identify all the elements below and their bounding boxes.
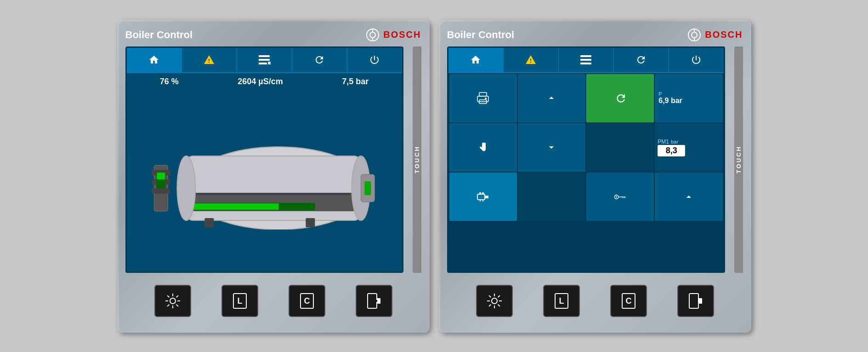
svg-rect-19 bbox=[187, 203, 278, 210]
stat-conductivity: 2604 µS/cm bbox=[238, 77, 283, 87]
touch-label-2: TOUCH bbox=[734, 46, 743, 273]
screen-with-touch-2: P 6,9 bar bbox=[447, 46, 743, 273]
svg-rect-22 bbox=[364, 181, 371, 195]
menu-screen-2: P 6,9 bar bbox=[447, 46, 725, 273]
pm1-unit: bar bbox=[671, 139, 678, 144]
bottom-buttons-2: L C bbox=[447, 277, 743, 324]
menu-cell-pressure-data: P 6,9 bar bbox=[655, 74, 722, 122]
svg-rect-17 bbox=[186, 193, 361, 195]
svg-rect-57 bbox=[480, 200, 481, 202]
svg-text:L: L bbox=[237, 296, 242, 306]
main-screen-1: 76 % 2604 µS/cm 7,5 bar bbox=[125, 46, 403, 273]
menu-cell-key[interactable] bbox=[586, 173, 654, 221]
nav-bar-1 bbox=[127, 48, 402, 73]
boiler-visual-1 bbox=[130, 90, 398, 268]
svg-text:L: L bbox=[559, 296, 564, 306]
nav-home-2[interactable] bbox=[448, 48, 504, 72]
touch-label-1: TOUCH bbox=[413, 46, 421, 273]
menu-cell-empty2 bbox=[518, 173, 585, 221]
pm1-label: PM1 bbox=[658, 138, 669, 145]
svg-rect-48 bbox=[580, 63, 591, 64]
svg-rect-58 bbox=[482, 200, 483, 202]
bottom-btn-log-2[interactable]: L bbox=[543, 285, 580, 317]
panel-header-2: Boiler Control BOSCH bbox=[447, 28, 743, 42]
svg-line-69 bbox=[489, 295, 491, 297]
nav-home-1[interactable] bbox=[127, 48, 182, 72]
panel-title-1: Boiler Control bbox=[125, 29, 193, 41]
stat-pressure: 7,5 bar bbox=[342, 77, 369, 87]
nav-alert-2[interactable] bbox=[504, 48, 559, 72]
bottom-buttons-1: L C bbox=[125, 277, 421, 324]
bosch-icon-2 bbox=[687, 28, 701, 42]
nav-power-2[interactable] bbox=[669, 48, 724, 72]
svg-line-33 bbox=[176, 295, 178, 297]
menu-cell-refresh-active[interactable] bbox=[586, 74, 654, 122]
menu-cell-plug[interactable] bbox=[449, 173, 517, 221]
pressure-label: P bbox=[658, 91, 662, 97]
device-panel-1: Boiler Control BOSCH bbox=[117, 20, 430, 333]
svg-line-34 bbox=[167, 304, 169, 306]
svg-point-52 bbox=[485, 98, 487, 99]
svg-point-60 bbox=[616, 196, 617, 197]
svg-rect-49 bbox=[479, 92, 487, 96]
svg-rect-78 bbox=[698, 298, 702, 304]
svg-rect-54 bbox=[485, 196, 488, 198]
nav-refresh-1[interactable] bbox=[292, 48, 347, 72]
svg-rect-24 bbox=[204, 218, 214, 227]
screen-with-touch-1: 76 % 2604 µS/cm 7,5 bar bbox=[125, 46, 421, 273]
device-panel-2: Boiler Control BOSCH bbox=[439, 20, 751, 333]
svg-text:C: C bbox=[304, 296, 310, 306]
svg-rect-13 bbox=[157, 173, 165, 179]
stat-percent: 76 % bbox=[160, 77, 179, 87]
svg-rect-25 bbox=[306, 218, 315, 227]
bottom-btn-log-1[interactable]: L bbox=[221, 285, 258, 317]
svg-rect-53 bbox=[477, 194, 485, 200]
nav-list-2[interactable] bbox=[559, 48, 614, 72]
bottom-btn-chart-2[interactable]: C bbox=[610, 285, 647, 317]
svg-rect-11 bbox=[152, 188, 170, 194]
svg-rect-55 bbox=[479, 192, 481, 194]
nav-power-1[interactable] bbox=[347, 48, 402, 72]
bosch-text-2: BOSCH bbox=[705, 29, 743, 40]
panels-container: Boiler Control BOSCH bbox=[108, 11, 760, 342]
svg-point-23 bbox=[177, 156, 195, 220]
svg-rect-77 bbox=[689, 294, 698, 308]
menu-cell-up1[interactable] bbox=[518, 74, 585, 122]
bottom-btn-connect-2[interactable] bbox=[677, 285, 714, 317]
menu-cell-up2[interactable] bbox=[655, 173, 722, 221]
svg-line-70 bbox=[498, 304, 499, 306]
bottom-btn-settings-2[interactable] bbox=[476, 285, 513, 317]
menu-cell-empty1 bbox=[586, 123, 654, 172]
panel-header-1: Boiler Control BOSCH bbox=[125, 28, 421, 42]
menu-cell-printer[interactable] bbox=[449, 74, 517, 122]
bottom-btn-settings-1[interactable] bbox=[154, 285, 191, 317]
pm1-value[interactable]: 8,3 bbox=[658, 145, 685, 156]
bottom-btn-connect-1[interactable] bbox=[356, 285, 392, 317]
menu-cell-pm1[interactable]: PM1 bar 8,3 bbox=[655, 123, 722, 172]
bosch-icon-1 bbox=[366, 28, 380, 42]
boiler-illustration bbox=[144, 128, 385, 230]
nav-refresh-2[interactable] bbox=[614, 48, 669, 72]
svg-rect-4 bbox=[259, 55, 270, 57]
svg-line-31 bbox=[167, 295, 169, 297]
boiler-display-1: 76 % 2604 µS/cm 7,5 bar bbox=[127, 73, 402, 271]
svg-rect-46 bbox=[580, 55, 591, 57]
bosch-logo-2: BOSCH bbox=[687, 28, 743, 42]
panel-title-2: Boiler Control bbox=[447, 29, 515, 41]
svg-rect-47 bbox=[580, 59, 591, 61]
svg-line-71 bbox=[498, 295, 499, 297]
menu-cell-down1[interactable] bbox=[518, 123, 585, 172]
svg-rect-39 bbox=[368, 294, 377, 308]
svg-rect-56 bbox=[482, 192, 484, 194]
svg-line-72 bbox=[489, 304, 491, 306]
stats-row-1: 76 % 2604 µS/cm 7,5 bar bbox=[130, 77, 398, 87]
bosch-logo-1: BOSCH bbox=[366, 28, 421, 42]
svg-text:C: C bbox=[625, 296, 631, 306]
nav-bar-2 bbox=[448, 48, 724, 73]
menu-cell-hand[interactable] bbox=[449, 123, 517, 172]
nav-alert-1[interactable] bbox=[182, 48, 237, 72]
menu-grid-2: P 6,9 bar bbox=[448, 73, 724, 271]
nav-list-1[interactable] bbox=[237, 48, 292, 72]
bottom-btn-chart-1[interactable]: C bbox=[289, 285, 325, 317]
svg-point-26 bbox=[170, 298, 176, 304]
